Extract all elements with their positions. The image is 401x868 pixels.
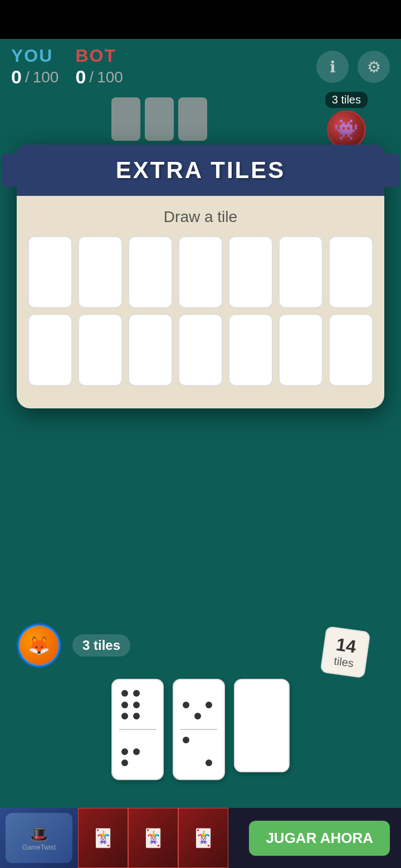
- you-score-total: 100: [33, 68, 59, 86]
- draw-tile-8[interactable]: [28, 314, 72, 386]
- bot-score: 0: [75, 66, 86, 88]
- bot-label: BOT: [75, 46, 116, 66]
- ad-main-image: 🎩 GameTwist: [0, 808, 78, 868]
- ad-card-2: 🃏: [128, 808, 178, 868]
- draw-tile-4[interactable]: [178, 236, 223, 308]
- hand-domino-1[interactable]: [111, 679, 164, 780]
- hand-domino-2[interactable]: [173, 679, 225, 780]
- bot-avatar: 👾: [327, 110, 366, 149]
- modal-subtitle: Draw a tile: [17, 208, 384, 226]
- hand-domino-divider-1: [119, 729, 157, 730]
- draw-tile-9[interactable]: [78, 314, 123, 386]
- draw-tile-6[interactable]: [278, 236, 323, 308]
- draw-tile-10[interactable]: [128, 314, 173, 386]
- hand-domino-divider-2: [180, 729, 218, 730]
- ad-card-1: 🃏: [78, 808, 128, 868]
- score-separator: /: [25, 68, 30, 86]
- player-bot-score: BOT 0 / 100: [75, 46, 123, 88]
- you-score: 0: [11, 66, 22, 88]
- bot-tile-1: [111, 97, 140, 141]
- status-bar: [0, 0, 401, 39]
- you-label: YOU: [11, 46, 53, 66]
- hand-domino-half-2b: [178, 732, 219, 773]
- bot-tile-2: [145, 97, 174, 141]
- bot-tiles-row: [111, 97, 207, 141]
- hand-domino-3[interactable]: [234, 679, 290, 772]
- draw-tile-7[interactable]: [329, 236, 373, 308]
- draw-tile-14[interactable]: [329, 314, 373, 386]
- bot-avatar-wrap: 3 tiles 👾: [325, 92, 368, 149]
- ad-logo: 🎩 GameTwist: [6, 813, 72, 863]
- tiles-grid-row1: [17, 236, 384, 308]
- bottom-ad[interactable]: 🎩 GameTwist 🃏 🃏 🃏 JUGAR AHORA: [0, 808, 401, 868]
- draw-tile-13[interactable]: [278, 314, 323, 386]
- tiles-grid-row2: [17, 314, 384, 386]
- player-tiles-badge: 3 tiles: [72, 634, 130, 657]
- bot-score-total: 100: [97, 68, 123, 86]
- draw-tile-2[interactable]: [78, 236, 123, 308]
- player-hand: [0, 679, 401, 780]
- score-header: YOU 0 / 100 BOT 0 / 100 ℹ ⚙: [0, 39, 401, 95]
- info-button[interactable]: ℹ: [316, 51, 349, 83]
- draw-tile-12[interactable]: [228, 314, 273, 386]
- player-avatar: 🦊: [17, 623, 61, 668]
- draw-pile-label: tiles: [333, 654, 354, 670]
- modal-title: EXTRA TILES: [116, 157, 285, 183]
- hand-domino-half-1a: [117, 685, 158, 727]
- draw-tile-5[interactable]: [228, 236, 273, 308]
- bot-tiles-badge: 3 tiles: [325, 92, 368, 108]
- draw-tile-1[interactable]: [28, 236, 72, 308]
- settings-button[interactable]: ⚙: [358, 51, 390, 83]
- hand-domino-half-1b: [117, 732, 158, 773]
- draw-tile-3[interactable]: [128, 236, 173, 308]
- draw-pile-badge: 14 tiles: [320, 626, 371, 678]
- player-avatar-inner: 🦊: [19, 626, 58, 665]
- bot-tile-3: [178, 97, 207, 141]
- draw-pile-count: 14: [335, 634, 358, 658]
- ad-play-button[interactable]: JUGAR AHORA: [249, 821, 390, 856]
- modal-banner: EXTRA TILES: [17, 145, 384, 196]
- draw-tile-11[interactable]: [178, 314, 223, 386]
- hand-domino-half-2a: [178, 685, 219, 727]
- header-icons: ℹ ⚙: [316, 51, 390, 83]
- bot-score-separator: /: [89, 68, 94, 86]
- player-you-score: YOU 0 / 100: [11, 46, 58, 88]
- ad-card-3: 🃏: [178, 808, 228, 868]
- extra-tiles-modal: EXTRA TILES Draw a tile: [17, 145, 384, 408]
